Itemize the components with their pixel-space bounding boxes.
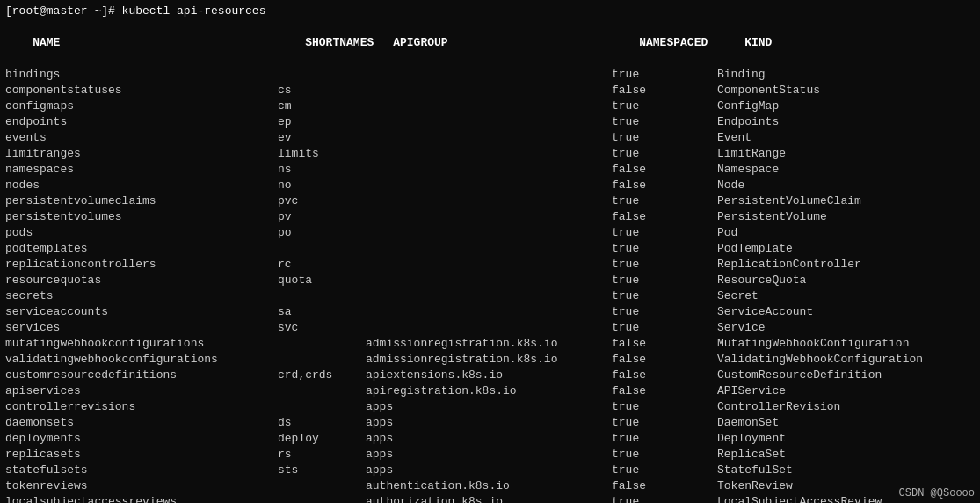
cell-ns: true bbox=[612, 67, 717, 83]
table-row: validatingwebhookconfigurationsadmission… bbox=[5, 352, 975, 368]
cell-kind: ReplicationController bbox=[717, 257, 861, 273]
cell-ns: false bbox=[612, 383, 717, 399]
col-header-kind: KIND bbox=[744, 35, 772, 51]
cell-ns: false bbox=[612, 162, 717, 178]
table-row: componentstatusescsfalseComponentStatus bbox=[5, 83, 975, 98]
table-row: statefulsetsstsappstrueStatefulSet bbox=[5, 463, 975, 478]
cell-api: apps bbox=[366, 399, 612, 415]
cell-name: endpoints bbox=[5, 114, 278, 130]
cell-ns: false bbox=[612, 336, 717, 352]
table-row: bindingstrueBinding bbox=[5, 67, 975, 83]
table-row: persistentvolumeclaimspvctruePersistentV… bbox=[5, 193, 975, 209]
table-row: configmapscmtrueConfigMap bbox=[5, 98, 975, 114]
table-row: replicasetsrsappstrueReplicaSet bbox=[5, 447, 975, 463]
table-row: deploymentsdeployappstrueDeployment bbox=[5, 431, 975, 447]
cell-kind: Namespace bbox=[717, 162, 779, 178]
cell-kind: Pod bbox=[717, 225, 737, 241]
cell-kind: Node bbox=[717, 178, 744, 193]
cell-ns: true bbox=[612, 114, 717, 130]
cell-ns: true bbox=[612, 463, 717, 478]
cell-name: limitranges bbox=[5, 146, 278, 162]
cell-kind: PodTemplate bbox=[717, 241, 793, 257]
table-row: apiservicesapiregistration.k8s.iofalseAP… bbox=[5, 383, 975, 399]
cell-ns: false bbox=[612, 478, 717, 494]
cell-name: resourcequotas bbox=[5, 273, 278, 288]
cell-ns: false bbox=[612, 83, 717, 98]
cell-name: configmaps bbox=[5, 98, 278, 114]
cell-name: statefulsets bbox=[5, 463, 278, 478]
cell-short: ep bbox=[278, 114, 366, 130]
cell-ns: false bbox=[612, 368, 717, 383]
cell-kind: ResourceQuota bbox=[717, 273, 806, 288]
cell-short: cm bbox=[278, 98, 366, 114]
cell-api: authentication.k8s.io bbox=[366, 478, 612, 494]
table-row: servicessvctrueService bbox=[5, 320, 975, 336]
cell-ns: false bbox=[612, 352, 717, 368]
cell-ns: true bbox=[612, 304, 717, 320]
col-header-api: APIGROUP bbox=[393, 35, 639, 51]
cell-kind: ComponentStatus bbox=[717, 83, 820, 98]
cell-kind: ConfigMap bbox=[717, 98, 779, 114]
cell-name: apiservices bbox=[5, 383, 278, 399]
cell-name: tokenreviews bbox=[5, 478, 278, 494]
cell-short: crd,crds bbox=[278, 368, 366, 383]
table-row: limitrangeslimitstrueLimitRange bbox=[5, 146, 975, 162]
table-row: podtemplatestruePodTemplate bbox=[5, 241, 975, 257]
cell-name: pods bbox=[5, 225, 278, 241]
cell-name: serviceaccounts bbox=[5, 304, 278, 320]
cell-short: ns bbox=[278, 162, 366, 178]
table-row: tokenreviewsauthentication.k8s.iofalseTo… bbox=[5, 478, 975, 494]
cell-name: controllerrevisions bbox=[5, 399, 278, 415]
table-row: nodesnofalseNode bbox=[5, 178, 975, 193]
cell-name: mutatingwebhookconfigurations bbox=[5, 336, 278, 352]
cell-kind: ValidatingWebhookConfiguration bbox=[717, 352, 923, 368]
cell-name: replicationcontrollers bbox=[5, 257, 278, 273]
cell-kind: CustomResourceDefinition bbox=[717, 368, 882, 383]
table-row: namespacesnsfalseNamespace bbox=[5, 162, 975, 178]
cell-short: svc bbox=[278, 320, 366, 336]
table-row: daemonsetsdsappstrueDaemonSet bbox=[5, 415, 975, 431]
cell-ns: true bbox=[612, 320, 717, 336]
table-row: serviceaccountssatrueServiceAccount bbox=[5, 304, 975, 320]
cell-name: replicasets bbox=[5, 447, 278, 463]
cell-api: apps bbox=[366, 431, 612, 447]
cell-short: rs bbox=[278, 447, 366, 463]
cell-kind: LimitRange bbox=[717, 146, 786, 162]
table-row: podspotruePod bbox=[5, 225, 975, 241]
col-header-short: SHORTNAMES bbox=[305, 35, 393, 51]
cell-ns: true bbox=[612, 193, 717, 209]
cell-name: bindings bbox=[5, 67, 278, 83]
cell-kind: DaemonSet bbox=[717, 415, 779, 431]
cell-ns: true bbox=[612, 98, 717, 114]
header-line: NAMESHORTNAMESAPIGROUPNAMESPACEDKIND bbox=[5, 19, 975, 67]
table-row: endpointseptrueEndpoints bbox=[5, 114, 975, 130]
cell-kind: MutatingWebhookConfiguration bbox=[717, 336, 909, 352]
cell-short: sts bbox=[278, 463, 366, 478]
cell-kind: Service bbox=[717, 320, 766, 336]
rows-container: bindingstrueBindingcomponentstatusescsfa… bbox=[5, 67, 975, 503]
col-header-name: NAME bbox=[33, 35, 305, 51]
cell-kind: PersistentVolumeClaim bbox=[717, 193, 861, 209]
cell-name: events bbox=[5, 130, 278, 146]
cell-name: customresourcedefinitions bbox=[5, 368, 278, 383]
cell-kind: ControllerRevision bbox=[717, 399, 840, 415]
cell-short: deploy bbox=[278, 431, 366, 447]
cell-ns: true bbox=[612, 273, 717, 288]
cell-ns: true bbox=[612, 257, 717, 273]
cell-short: ev bbox=[278, 130, 366, 146]
cell-name: persistentvolumeclaims bbox=[5, 193, 278, 209]
table-row: localsubjectaccessreviewsauthorization.k… bbox=[5, 494, 975, 503]
cell-kind: ServiceAccount bbox=[717, 304, 813, 320]
cell-short: quota bbox=[278, 273, 366, 288]
cell-api: apps bbox=[366, 415, 612, 431]
cell-kind: APIService bbox=[717, 383, 786, 399]
cell-name: componentstatuses bbox=[5, 83, 278, 98]
cell-name: secrets bbox=[5, 288, 278, 304]
cell-kind: PersistentVolume bbox=[717, 209, 827, 225]
cell-api: apiregistration.k8s.io bbox=[366, 383, 612, 399]
table-row: secretstrueSecret bbox=[5, 288, 975, 304]
table-row: mutatingwebhookconfigurationsadmissionre… bbox=[5, 336, 975, 352]
cell-ns: true bbox=[612, 415, 717, 431]
prompt-line: [root@master ~]# kubectl api-resources bbox=[5, 4, 975, 19]
cell-kind: Endpoints bbox=[717, 114, 779, 130]
